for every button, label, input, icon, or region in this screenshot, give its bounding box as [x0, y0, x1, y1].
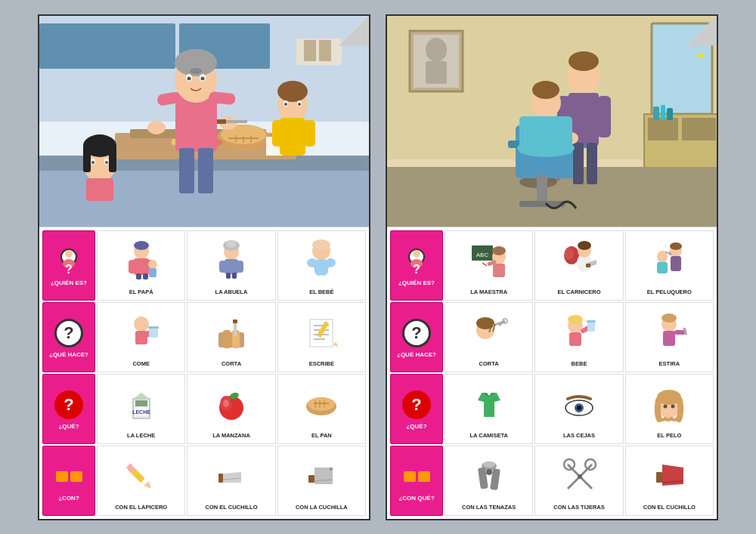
cell-manzana-label: LA MANZANA — [212, 433, 250, 442]
svg-marker-98 — [333, 342, 339, 347]
svg-point-30 — [147, 121, 166, 134]
label-con-b: ¿CON QUÉ? — [390, 446, 443, 516]
svg-rect-136 — [682, 118, 716, 140]
svg-point-78 — [307, 258, 318, 267]
cell-camiseta: LA CAMISETA — [445, 374, 533, 444]
svg-point-214 — [664, 405, 668, 409]
cell-carnicero: EL CARNICERO — [534, 230, 623, 301]
cell-papa: EL PAPÁ — [97, 230, 185, 301]
cell-cejas-label: LAS CEJAS — [563, 433, 595, 442]
svg-rect-34 — [179, 148, 194, 193]
svg-rect-61 — [129, 260, 136, 273]
svg-rect-2 — [39, 23, 175, 69]
svg-point-215 — [671, 405, 675, 409]
svg-rect-137 — [653, 106, 659, 120]
grid-row-que-b: ? ¿QUÉ? LA CAMISETA — [390, 374, 714, 444]
cell-pan: EL PAN — [277, 374, 366, 444]
label-que-text: ¿QUÉ? — [58, 423, 79, 430]
svg-rect-47 — [83, 146, 91, 172]
label-que-hace-text: ¿QUÉ HACE? — [49, 351, 88, 358]
card-kitchen: ? ¿QUIÉN ES? — [38, 14, 370, 520]
cell-come: COME — [97, 302, 185, 372]
cell-cuchilla: CON LA CUCHILLA — [277, 446, 366, 516]
cell-corta-b: CORTA — [445, 302, 533, 372]
cell-cuchillo2: CON EL CUCHILLO — [625, 446, 714, 516]
svg-point-220 — [486, 469, 492, 475]
svg-rect-131 — [426, 61, 447, 84]
svg-rect-73 — [226, 273, 231, 279]
cell-abuela-label: LA ABUELA — [215, 289, 248, 298]
svg-rect-33 — [217, 119, 226, 124]
svg-point-37 — [277, 81, 308, 102]
svg-point-175 — [565, 248, 574, 260]
svg-text:LECHE: LECHE — [132, 409, 150, 415]
svg-point-82 — [134, 316, 149, 332]
svg-rect-64 — [143, 273, 148, 279]
cell-bebe-drink: BEBE — [534, 302, 623, 372]
svg-rect-199 — [587, 321, 595, 332]
grid-row-que: ? ¿QUÉ? LECHE LA LECHE — [42, 374, 366, 444]
svg-point-65 — [148, 260, 157, 269]
svg-line-173 — [482, 263, 487, 266]
svg-rect-5 — [304, 40, 316, 61]
svg-point-76 — [312, 239, 330, 250]
svg-rect-91 — [233, 319, 237, 323]
svg-point-26 — [201, 76, 205, 80]
cell-corta-label: CORTA — [222, 361, 241, 370]
svg-point-59 — [134, 241, 149, 250]
svg-point-196 — [568, 315, 583, 324]
cell-cuchillo: CON EL CUCHILLO — [187, 446, 275, 516]
svg-point-211 — [577, 406, 581, 410]
label-que-hace: ? ¿QUÉ HACE? — [42, 302, 95, 372]
grid-row-que-hace-b: ? ¿QUÉ HACE? — [390, 302, 714, 372]
grid-row-con-b: ¿CON QUÉ? CON LAS TENAZAS — [390, 446, 714, 516]
label-que: ? ¿QUÉ? — [42, 374, 95, 444]
label-con-text: ¿CON? — [58, 495, 79, 502]
cell-cuchilla-label: CON LA CUCHILLA — [296, 505, 348, 514]
label-con-text-b: ¿CON QUÉ? — [398, 495, 434, 502]
svg-point-81 — [319, 265, 328, 276]
grid-row-quien-b: ? ¿QUIÉN ES? ABC — [390, 230, 714, 301]
cell-escribe: ESCRIBE — [277, 302, 366, 372]
cell-cuchillo-label: CON EL CUCHILLO — [205, 505, 257, 514]
svg-rect-185 — [657, 262, 668, 273]
svg-rect-180 — [586, 264, 590, 267]
cell-tijeras: CON LAS TIJERAS — [534, 446, 623, 516]
svg-point-150 — [569, 51, 599, 71]
barbershop-scene-image — [387, 16, 717, 227]
svg-marker-116 — [144, 481, 151, 489]
svg-rect-203 — [663, 331, 675, 346]
svg-rect-70 — [225, 259, 238, 274]
cell-manzana: LA MANZANA — [187, 374, 275, 444]
svg-text:ABC: ABC — [476, 252, 488, 258]
cell-leche: LECHE LA LECHE — [97, 374, 185, 444]
label-que-hace-text-b: ¿QUÉ HACE? — [397, 351, 436, 358]
cell-tijeras-label: CON LAS TIJERAS — [553, 505, 605, 514]
svg-rect-119 — [218, 474, 223, 483]
svg-point-51 — [91, 161, 94, 164]
svg-rect-6 — [319, 40, 331, 61]
svg-point-27 — [190, 68, 202, 74]
cell-carnicero-label: EL CARNICERO — [558, 289, 601, 298]
cell-bebe-drink-label: BEBE — [572, 361, 587, 370]
svg-rect-135 — [648, 118, 678, 140]
svg-rect-138 — [661, 105, 665, 120]
svg-rect-197 — [569, 332, 581, 346]
svg-point-130 — [426, 38, 447, 62]
svg-rect-63 — [136, 273, 141, 279]
cell-bebe-label: EL BEBÉ — [309, 289, 333, 298]
svg-rect-101 — [135, 400, 147, 406]
svg-point-162 — [517, 139, 575, 157]
grid-row-que-hace: ? ¿QUÉ HACE? — [42, 302, 366, 372]
svg-point-110 — [308, 397, 335, 411]
cell-estira-label: ESTIRA — [659, 361, 680, 370]
cell-bebe: EL BEBÉ — [277, 230, 366, 301]
cell-cejas: LAS CEJAS — [534, 374, 623, 444]
svg-rect-155 — [587, 143, 597, 184]
label-quien-es-b: ? ¿QUIÉN ES? — [390, 230, 443, 301]
svg-marker-120 — [223, 472, 241, 483]
svg-rect-154 — [573, 143, 584, 184]
label-quien-text: ¿QUIÉN ES? — [51, 279, 87, 286]
svg-point-25 — [187, 76, 191, 80]
label-que-hace-b: ? ¿QUÉ HACE? — [390, 302, 443, 372]
